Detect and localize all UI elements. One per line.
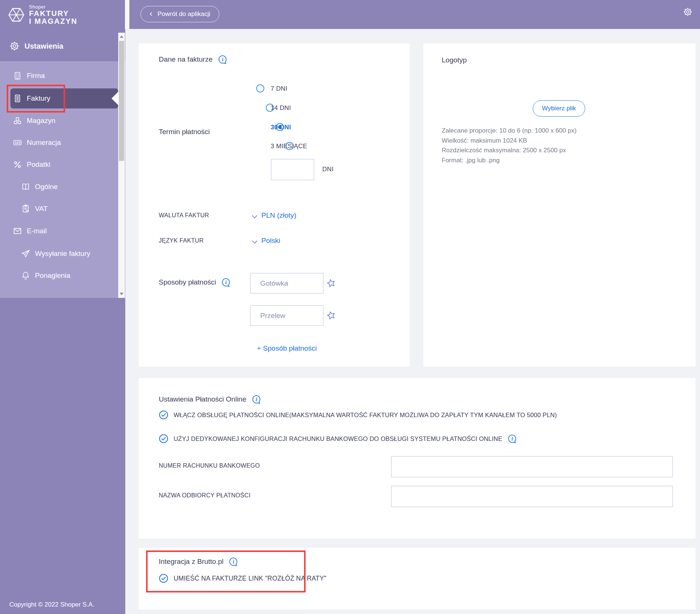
invoice-data-card: Dane na fakturze Termin płatności 7 DNI …: [139, 43, 410, 367]
logo-hint-format: Format: .jpg lub .png: [442, 156, 577, 166]
bell-icon: [21, 271, 30, 280]
online-payments-card: Ustawienia Płatności Online WŁĄCZ OBSŁUG…: [139, 378, 696, 539]
payment-recipient-input[interactable]: [391, 486, 673, 507]
shoper-hexagon-logo-icon: [7, 6, 25, 24]
clipboard-gear-icon: [21, 204, 30, 214]
logo-card: Logotyp Wybierz plik Zalecane proporcje:…: [423, 43, 696, 367]
radio-14-dni-label[interactable]: 14 DNI: [271, 104, 291, 112]
building-icon: [13, 71, 22, 81]
currency-value[interactable]: PLN (złoty): [261, 211, 296, 220]
brutto-integration-card: Integracja z Brutto.pl UMIEŚĆ NA FAKTURZ…: [139, 548, 696, 610]
scrollbar-thumb[interactable]: [119, 41, 124, 161]
back-button-label: Powrót do aplikacji: [158, 10, 210, 18]
info-icon[interactable]: [229, 557, 238, 566]
book-icon: [21, 182, 30, 192]
info-icon[interactable]: [221, 277, 231, 287]
percent-icon: [13, 160, 22, 169]
star-icon[interactable]: [326, 278, 336, 289]
top-header-bar: ‹ Powrót do aplikacji: [129, 0, 700, 29]
back-to-app-button[interactable]: ‹ Powrót do aplikacji: [141, 6, 219, 22]
radio-3-miesiace-label[interactable]: 3 MIESIĄCE: [271, 143, 307, 150]
payment-method-input-przelew[interactable]: [250, 305, 323, 326]
custom-days-input[interactable]: [271, 159, 314, 180]
brand-line2: I MAGAZYN: [29, 17, 77, 25]
payment-recipient-label: NAZWA ODBIORCY PŁATNOŚCI: [159, 492, 251, 499]
currency-label: WALUTA FAKTUR: [159, 212, 209, 219]
numbering-icon: [13, 138, 22, 147]
chevron-down-icon[interactable]: [251, 239, 258, 244]
invoice-card-title: Dane na fakturze: [159, 55, 213, 64]
sidebar-item-wysylanie-faktury[interactable]: Wysyłanie faktury: [0, 247, 118, 260]
payment-method-input-gotowka[interactable]: [250, 273, 323, 293]
sidebar: Shoper FAKTURY I MAGAZYN Ustawienia Firm…: [0, 0, 125, 614]
sidebar-item-numeracja[interactable]: Numeracja: [0, 136, 118, 149]
sidebar-item-ogolne[interactable]: Ogólne: [0, 180, 118, 194]
bank-account-input[interactable]: [391, 456, 673, 477]
brand-line1: FAKTURY: [29, 10, 77, 17]
logo-card-title: Logotyp: [442, 56, 467, 64]
app-logo: Shoper FAKTURY I MAGAZYN: [7, 4, 77, 25]
sidebar-item-ponaglenia[interactable]: Ponaglenia: [0, 269, 118, 282]
custom-days-suffix: DNI: [322, 166, 333, 173]
info-icon[interactable]: [218, 55, 228, 64]
checkbox-dedicated-bank-config[interactable]: [159, 434, 168, 444]
radio-30-dni-label[interactable]: 30 DNI: [271, 124, 291, 131]
scrollbar-up-arrow[interactable]: [120, 35, 123, 38]
checkbox-installments-link[interactable]: [159, 574, 168, 583]
online-payments-title: Ustawienia Płatności Online: [159, 395, 246, 403]
sidebar-item-email[interactable]: E-mail: [0, 224, 118, 238]
checkbox-enable-online-payments-label[interactable]: WŁĄCZ OBSŁUGĘ PŁATNOŚCI ONLINE(MAKSYMALN…: [174, 412, 557, 419]
sidebar-header-ustawienia[interactable]: Ustawienia: [0, 39, 118, 53]
paper-plane-icon: [21, 249, 30, 259]
info-icon[interactable]: [252, 394, 261, 404]
brand-name-small: Shoper: [29, 4, 77, 10]
payment-methods-label: Sposoby płatności: [159, 278, 216, 286]
choose-file-button[interactable]: Wybierz plik: [533, 100, 585, 117]
star-icon[interactable]: [326, 311, 336, 321]
active-item-caret: [112, 92, 118, 105]
chevron-down-icon[interactable]: [251, 214, 258, 218]
invoice-icon: [13, 94, 22, 103]
brutto-integration-title: Integracja z Brutto.pl: [159, 558, 223, 566]
scrollbar-down-arrow[interactable]: [120, 293, 123, 295]
cubes-icon: [13, 116, 22, 126]
sidebar-item-firma[interactable]: Firma: [0, 69, 118, 82]
checkbox-installments-link-label[interactable]: UMIEŚĆ NA FAKTURZE LINK "ROZŁÓŻ NA RATY": [174, 575, 326, 582]
payment-term-label: Termin płatności: [159, 128, 210, 136]
sidebar-item-vat[interactable]: VAT: [0, 202, 118, 215]
sidebar-scrollbar[interactable]: [118, 33, 125, 298]
sidebar-gutter: [125, 0, 129, 29]
radio-7-dni[interactable]: [256, 84, 264, 92]
chevron-left-icon: ‹: [149, 10, 152, 18]
bank-account-label: NUMER RACHUNKU BANKOWEGO: [159, 462, 260, 469]
copyright-text: Copyright © 2022 Shoper S.A.: [9, 601, 94, 608]
radio-7-dni-label[interactable]: 7 DNI: [271, 85, 287, 92]
settings-gear-icon[interactable]: [683, 7, 693, 17]
add-payment-method-link[interactable]: + Sposób płatności: [250, 344, 323, 353]
logo-hint-proportions: Zalecane proporcje: 10 do 6 (np. 1000 x …: [442, 126, 577, 136]
language-value[interactable]: Polski: [261, 237, 280, 245]
language-label: JĘZYK FAKTUR: [159, 237, 204, 244]
info-icon[interactable]: [507, 434, 517, 444]
gear-icon: [9, 40, 20, 52]
envelope-icon: [13, 226, 22, 236]
sidebar-item-magazyn[interactable]: Magazyn: [0, 114, 118, 127]
sidebar-item-faktury[interactable]: Faktury: [0, 92, 118, 105]
sidebar-item-podatki[interactable]: Podatki: [0, 158, 118, 171]
logo-hint-resolution: Rozdzielczość maksymalna: 2500 x 2500 px: [442, 146, 577, 156]
logo-hint-size: Wielkość: maksimum 1024 KB: [442, 136, 577, 146]
checkbox-enable-online-payments[interactable]: [159, 410, 168, 420]
checkbox-dedicated-bank-config-label[interactable]: UŻYJ DEDYKOWANEJ KONFIGURACJI RACHUNKU B…: [174, 435, 502, 442]
